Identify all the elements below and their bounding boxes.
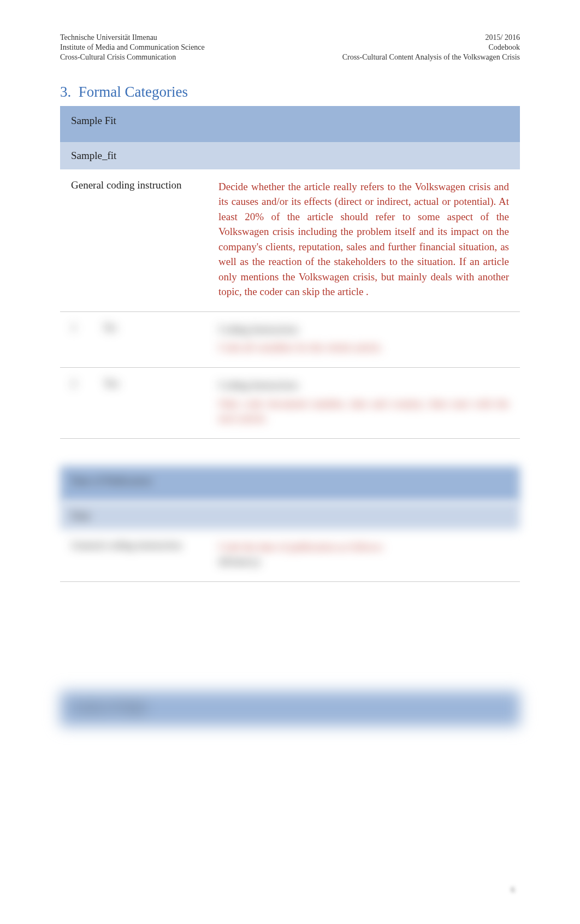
row-sublabel: Coding Instruction:	[218, 322, 509, 337]
row-desc-text: Only code document number, date and coun…	[218, 398, 509, 425]
row-label: General coding instruction	[60, 529, 208, 582]
section-heading: 3. Formal Categories	[60, 84, 520, 101]
header-left: Technische Universität Ilmenau Institute…	[60, 33, 205, 63]
section-title: Formal Categories	[79, 84, 188, 100]
header-institution: Technische Universität Ilmenau	[60, 33, 205, 43]
row-sublabel: Coding Instruction:	[218, 378, 509, 393]
row-description: Decide whether the article really refers…	[208, 169, 520, 312]
page-header: Technische Universität Ilmenau Institute…	[60, 33, 520, 63]
table-title-row: Sample Fit	[60, 106, 520, 142]
header-subject: Cross-Cultural Crisis Communication	[60, 52, 205, 62]
header-topic: Cross-Cultural Content Analysis of the V…	[342, 52, 520, 62]
row-code: 1	[60, 311, 93, 367]
spacer	[60, 439, 520, 461]
table-title: Country of Origin	[60, 691, 520, 726]
table-row: General coding instruction Decide whethe…	[60, 169, 520, 312]
table-country-origin: Country of Origin	[60, 691, 520, 726]
table-title: Sample Fit	[60, 106, 520, 142]
header-institute: Institute of Media and Communication Sci…	[60, 43, 205, 52]
header-year: 2015/ 2016	[342, 33, 520, 43]
table-title: Date of Publication	[60, 466, 520, 502]
table-sample-fit: Sample Fit Sample_fit General coding ins…	[60, 106, 520, 439]
row-name: No	[93, 311, 208, 367]
row-code: 2	[60, 368, 93, 439]
table-variable-row: Date	[60, 502, 520, 529]
table-variable: Date	[60, 502, 520, 529]
table-title-row: Date of Publication	[60, 466, 520, 502]
table-row: 1 No Coding Instruction: Code all variab…	[60, 311, 520, 367]
row-description: Coding Instruction: Only code document n…	[208, 368, 520, 439]
section-number: 3.	[60, 84, 71, 100]
header-doctype: Codebook	[342, 43, 520, 52]
table-title-row: Country of Origin	[60, 691, 520, 726]
table-row: 2 Yes Coding Instruction: Only code docu…	[60, 368, 520, 439]
table-row: General coding instruction Code the date…	[60, 529, 520, 582]
row-description: Code the date of publication as follows:…	[208, 529, 520, 582]
table-date-publication: Date of Publication Date General coding …	[60, 466, 520, 582]
row-desc-text: Code the date of publication as follows:	[218, 541, 384, 552]
row-description: Coding Instruction: Code all variables f…	[208, 311, 520, 367]
header-right: 2015/ 2016 Codebook Cross-Cultural Conte…	[342, 33, 520, 63]
table-variable: Sample_fit	[60, 142, 520, 169]
table-variable-row: Sample_fit	[60, 142, 520, 169]
row-label: General coding instruction	[60, 169, 208, 312]
row-desc-text: Code all variables for the whole article…	[218, 342, 382, 353]
page-number: 6	[506, 882, 520, 897]
row-name: Yes	[93, 368, 208, 439]
document-page: Technische Universität Ilmenau Institute…	[0, 0, 580, 924]
row-desc-format: dd/mm/yy	[218, 556, 261, 567]
